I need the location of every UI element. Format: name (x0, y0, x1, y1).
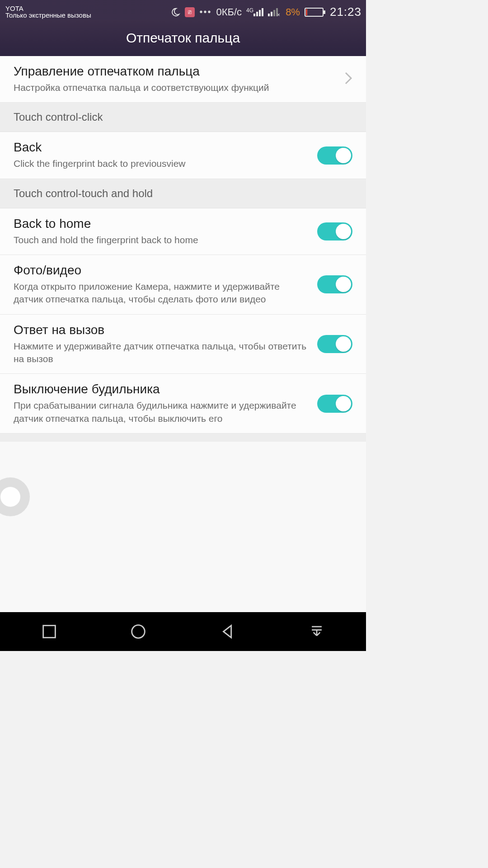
nav-back-button[interactable] (205, 618, 250, 645)
section-header-hold: Touch control-touch and hold (0, 179, 366, 208)
svg-point-1 (132, 625, 145, 638)
row-subtitle: Click the fingerprint back to previousvi… (14, 157, 310, 170)
chevron-right-icon (344, 71, 352, 87)
row-photo-video[interactable]: Фото/видео Когда открыто приложение Каме… (0, 255, 366, 315)
page-title-bar: Отпечаток пальца (0, 20, 366, 56)
row-subtitle: Нажмите и удерживайте датчик отпечатка п… (14, 340, 310, 366)
nav-pulldown-button[interactable] (294, 618, 339, 645)
row-subtitle: При срабатывании сигнала будильника нажм… (14, 399, 310, 425)
row-title: Выключение будильника (14, 382, 310, 396)
row-title: Управление отпечатком пальца (14, 64, 337, 79)
emergency-label: Только экстренные вызовы (5, 12, 91, 19)
row-alarm-off[interactable]: Выключение будильника При срабатывании с… (0, 374, 366, 434)
network-type-label: 4G (246, 7, 253, 14)
list-bottom-gap (0, 434, 366, 442)
status-bar: YOTA Только экстренные вызовы ⎚ ••• 0КБ/… (0, 0, 366, 20)
row-subtitle: Touch and hold the fingerprint back to h… (14, 234, 310, 246)
signal-bars-icon (253, 8, 263, 16)
more-dots-icon: ••• (199, 7, 211, 17)
settings-list[interactable]: Управление отпечатком пальца Настройка о… (0, 56, 366, 612)
navigation-bar (0, 612, 366, 651)
dnd-moon-icon (170, 7, 180, 17)
section-header-click: Touch control-click (0, 103, 366, 132)
toggle-photo[interactable] (317, 275, 352, 293)
row-title: Ответ на вызов (14, 323, 310, 337)
nav-home-button[interactable] (116, 618, 161, 645)
toggle-alarm[interactable] (317, 395, 352, 413)
row-subtitle: Когда открыто приложение Камера, нажмите… (14, 280, 310, 306)
nav-recent-button[interactable] (27, 618, 72, 645)
toggle-call[interactable] (317, 335, 352, 353)
carrier-label: YOTA (5, 5, 91, 12)
clock-label: 21:23 (330, 5, 361, 19)
toggle-back[interactable] (317, 146, 352, 165)
row-title: Фото/видео (14, 263, 310, 278)
row-subtitle: Настройка отпечатка пальца и соответству… (14, 81, 337, 94)
row-manage-fingerprint[interactable]: Управление отпечатком пальца Настройка о… (0, 56, 366, 103)
no-sim-x-icon: × (277, 12, 280, 18)
notification-badge-icon: ⎚ (185, 7, 195, 17)
page-title: Отпечаток пальца (126, 30, 240, 46)
row-back[interactable]: Back Click the fingerprint back to previ… (0, 132, 366, 179)
svg-rect-0 (43, 626, 55, 638)
data-speed-label: 0КБ/с (216, 6, 242, 18)
battery-icon (305, 8, 324, 17)
row-back-to-home[interactable]: Back to home Touch and hold the fingerpr… (0, 208, 366, 255)
row-title: Back (14, 140, 310, 155)
row-answer-call[interactable]: Ответ на вызов Нажмите и удерживайте дат… (0, 315, 366, 374)
row-title: Back to home (14, 217, 310, 231)
battery-percent-label: 8% (286, 6, 300, 18)
signal-bars-sim2-icon (268, 8, 278, 16)
toggle-home[interactable] (317, 222, 352, 241)
